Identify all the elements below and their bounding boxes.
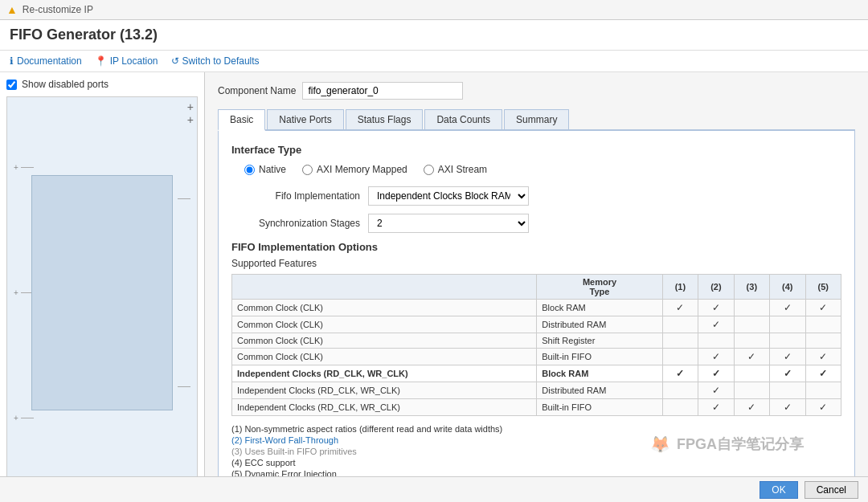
cell-memory-type: Distributed RAM [537, 382, 662, 399]
show-disabled-ports-label[interactable]: Show disabled ports [6, 79, 198, 90]
cell-col-4 [770, 382, 805, 399]
cell-col-4: ✓ [770, 300, 805, 316]
cell-memory-type: Shift Register [537, 333, 662, 349]
fifo-options-title: FIFO Implementation Options [231, 241, 841, 253]
footnote-3: (3) Uses Built-in FIFO primitives [231, 447, 841, 456]
footnote-4: (4) ECC support [231, 458, 841, 467]
table-row: Common Clock (CLK)Distributed RAM✓ [232, 316, 841, 333]
main-layout: Show disabled ports + + + + + [0, 72, 868, 502]
component-name-row: Component Name [218, 82, 855, 100]
cell-clock-name: Independent Clocks (RD_CLK, WR_CLK) [232, 365, 537, 382]
radio-axi-memory-mapped[interactable]: AXI Memory Mapped [302, 164, 407, 175]
cell-col-3 [734, 382, 769, 399]
cell-col-4 [770, 333, 805, 349]
cell-col-1 [662, 349, 698, 365]
tab-data-counts[interactable]: Data Counts [424, 109, 502, 129]
col-header-5: (5) [805, 275, 841, 300]
cell-clock-name: Common Clock (CLK) [232, 300, 537, 316]
sync-stages-row: Synchronization Stages 2 3 4 [231, 214, 841, 233]
tab-summary[interactable]: Summary [504, 109, 569, 129]
cell-col-5 [805, 316, 841, 333]
cell-col-5: ✓ [805, 300, 841, 316]
app-icon: ▲ [6, 3, 18, 16]
col-header-3: (3) [734, 275, 769, 300]
ok-button[interactable]: OK [760, 481, 797, 499]
cell-col-2: ✓ [698, 300, 734, 316]
ip-location-link[interactable]: 📍 IP Location [95, 55, 158, 67]
tab-basic[interactable]: Basic [218, 109, 265, 131]
table-row: Independent Clocks (RD_CLK, WR_CLK)Block… [232, 365, 841, 382]
show-disabled-ports-checkbox[interactable] [6, 80, 17, 90]
fifo-implementation-select[interactable]: Independent Clocks Block RAM Common Cloc… [368, 186, 529, 206]
title-bar: ▲ Re-customize IP [0, 0, 868, 20]
cell-col-2: ✓ [698, 382, 734, 399]
cell-col-5: ✓ [805, 365, 841, 382]
cell-col-4: ✓ [770, 349, 805, 365]
cell-col-4: ✓ [770, 399, 805, 416]
cell-col-3 [734, 316, 769, 333]
cell-memory-type: Built-in FIFO [537, 399, 662, 416]
cell-clock-name: Independent Clocks (RD_CLK, WR_CLK) [232, 399, 537, 416]
footnote-2: (2) First-Word Fall-Through [231, 435, 841, 445]
cell-memory-type: Block RAM [537, 365, 662, 382]
cell-col-2: ✓ [698, 316, 734, 333]
cell-clock-name: Common Clock (CLK) [232, 316, 537, 333]
cell-col-5: ✓ [805, 349, 841, 365]
tab-native-ports[interactable]: Native Ports [267, 109, 343, 129]
col-header-4: (4) [770, 275, 805, 300]
table-row: Independent Clocks (RD_CLK, WR_CLK)Distr… [232, 382, 841, 399]
cell-col-2 [698, 333, 734, 349]
app-title: FIFO Generator (13.2) [0, 20, 868, 51]
component-name-input[interactable] [302, 82, 463, 100]
interface-type-title: Interface Type [231, 144, 841, 156]
table-row: Common Clock (CLK)Block RAM✓✓✓✓ [232, 300, 841, 316]
switch-defaults-link[interactable]: ↺ Switch to Defaults [171, 55, 260, 67]
cell-clock-name: Independent Clocks (RD_CLK, WR_CLK) [232, 382, 537, 399]
cell-col-3 [734, 365, 769, 382]
col-header-2: (2) [698, 275, 734, 300]
cell-col-5 [805, 333, 841, 349]
cell-col-5 [805, 382, 841, 399]
cell-memory-type: Built-in FIFO [537, 349, 662, 365]
sync-stages-label: Synchronization Stages [231, 218, 360, 229]
documentation-link[interactable]: ℹ Documentation [10, 55, 82, 67]
refresh-icon: ↺ [171, 55, 179, 67]
interface-type-radio-group: Native AXI Memory Mapped AXI Stream [231, 164, 841, 175]
radio-native[interactable]: Native [244, 164, 286, 175]
bottom-bar: OK Cancel [0, 476, 868, 502]
cell-col-1 [662, 316, 698, 333]
cell-col-2: ✓ [698, 399, 734, 416]
radio-axi-stream[interactable]: AXI Stream [424, 164, 487, 175]
features-table: MemoryType (1) (2) (3) (4) (5) Common Cl… [231, 274, 841, 416]
cell-col-2: ✓ [698, 349, 734, 365]
cancel-button[interactable]: Cancel [805, 481, 858, 499]
footnotes: (1) Non-symmetric aspect ratios (differe… [231, 424, 841, 479]
cell-col-4 [770, 316, 805, 333]
col-header-memory-type: MemoryType [537, 275, 662, 300]
table-row: Common Clock (CLK)Shift Register [232, 333, 841, 349]
cell-col-3 [734, 333, 769, 349]
cell-col-1 [662, 399, 698, 416]
title-bar-text: Re-customize IP [23, 4, 93, 15]
left-panel: Show disabled ports + + + + + [0, 72, 205, 502]
cell-col-1: ✓ [662, 365, 698, 382]
toolbar: ℹ Documentation 📍 IP Location ↺ Switch t… [0, 51, 868, 72]
fifo-implementation-label: Fifo Implementation [231, 190, 360, 202]
cell-memory-type: Block RAM [537, 300, 662, 316]
table-row: Independent Clocks (RD_CLK, WR_CLK)Built… [232, 399, 841, 416]
sync-stages-select[interactable]: 2 3 4 [368, 214, 529, 233]
col-header-name [232, 275, 537, 300]
cell-col-1 [662, 333, 698, 349]
table-row: Common Clock (CLK)Built-in FIFO✓✓✓✓ [232, 349, 841, 365]
fifo-implementation-row: Fifo Implementation Independent Clocks B… [231, 186, 841, 206]
cell-clock-name: Common Clock (CLK) [232, 349, 537, 365]
cell-col-2: ✓ [698, 365, 734, 382]
cell-col-4: ✓ [770, 365, 805, 382]
tab-status-flags[interactable]: Status Flags [346, 109, 424, 129]
tab-content: Interface Type Native AXI Memory Mapped … [218, 131, 855, 494]
diagram-area: + + + + + [6, 96, 198, 489]
right-panel: Component Name Basic Native Ports Status… [205, 72, 868, 502]
tabs: Basic Native Ports Status Flags Data Cou… [218, 109, 855, 131]
supported-features-label: Supported Features [231, 258, 841, 269]
info-icon: ℹ [10, 55, 14, 67]
